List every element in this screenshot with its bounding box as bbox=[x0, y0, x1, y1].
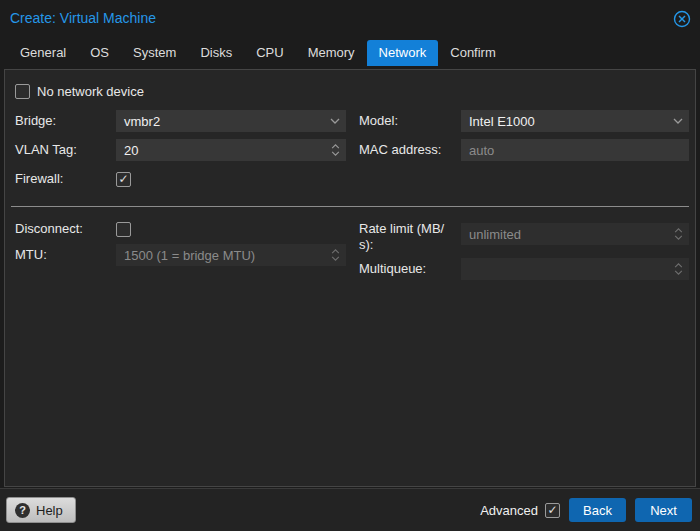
tab-general[interactable]: General bbox=[8, 40, 78, 66]
vlan-tag-spinner[interactable]: 20 bbox=[116, 139, 346, 161]
back-button[interactable]: Back bbox=[569, 498, 626, 522]
chevron-down-icon[interactable] bbox=[330, 110, 340, 132]
chevron-down-icon[interactable] bbox=[673, 110, 683, 132]
model-select[interactable]: Intel E1000 bbox=[461, 110, 689, 132]
rate-limit-label: Rate limit (MB/ s): bbox=[359, 218, 461, 253]
advanced-label: Advanced bbox=[480, 503, 538, 518]
no-network-device-label: No network device bbox=[37, 84, 144, 99]
checkmark-icon: ✓ bbox=[118, 173, 128, 185]
mtu-placeholder: 1500 (1 = bridge MTU) bbox=[124, 248, 255, 263]
help-button[interactable]: ? Help bbox=[6, 497, 76, 523]
dialog-title: Create: Virtual Machine bbox=[10, 10, 156, 26]
multiqueue-label: Multiqueue: bbox=[359, 261, 461, 277]
model-label: Model: bbox=[359, 113, 461, 129]
mac-address-input[interactable]: auto bbox=[461, 139, 689, 161]
vlan-tag-value: 20 bbox=[124, 143, 138, 158]
mtu-spinner: 1500 (1 = bridge MTU) bbox=[116, 244, 346, 266]
spinner-up-down-icon bbox=[331, 244, 340, 266]
disconnect-label: Disconnect: bbox=[11, 221, 116, 237]
close-icon[interactable] bbox=[672, 9, 692, 29]
mac-address-placeholder: auto bbox=[469, 143, 494, 158]
tab-system[interactable]: System bbox=[121, 40, 188, 66]
dialog-titlebar: Create: Virtual Machine bbox=[0, 0, 700, 38]
tab-cpu[interactable]: CPU bbox=[244, 40, 295, 66]
tab-os[interactable]: OS bbox=[78, 40, 121, 66]
mac-address-label: MAC address: bbox=[359, 142, 461, 158]
next-button[interactable]: Next bbox=[635, 498, 692, 522]
spinner-up-down-icon bbox=[674, 223, 683, 245]
section-divider bbox=[11, 206, 689, 207]
mtu-label: MTU: bbox=[11, 247, 116, 263]
help-icon: ? bbox=[15, 503, 30, 518]
bridge-select[interactable]: vmbr2 bbox=[116, 110, 346, 132]
tab-network[interactable]: Network bbox=[367, 40, 439, 66]
network-form-panel: ✓ No network device Bridge: vmbr2 VLAN T… bbox=[4, 69, 696, 487]
advanced-checkbox[interactable]: ✓ bbox=[545, 503, 560, 518]
spinner-up-down-icon[interactable] bbox=[331, 139, 340, 161]
multiqueue-spinner bbox=[461, 258, 689, 280]
help-button-label: Help bbox=[36, 503, 63, 518]
model-value: Intel E1000 bbox=[469, 114, 535, 129]
firewall-label: Firewall: bbox=[11, 171, 116, 187]
tab-memory[interactable]: Memory bbox=[296, 40, 367, 66]
wizard-tabs: General OS System Disks CPU Memory Netwo… bbox=[8, 40, 692, 66]
vlan-tag-label: VLAN Tag: bbox=[11, 142, 116, 158]
disconnect-checkbox[interactable]: ✓ bbox=[116, 222, 131, 237]
tab-confirm[interactable]: Confirm bbox=[438, 40, 508, 66]
checkmark-icon: ✓ bbox=[547, 504, 557, 516]
no-network-device-checkbox[interactable]: ✓ bbox=[15, 84, 30, 99]
spinner-up-down-icon bbox=[674, 258, 683, 280]
bridge-value: vmbr2 bbox=[124, 114, 160, 129]
rate-limit-spinner: unlimited bbox=[461, 223, 689, 245]
firewall-checkbox[interactable]: ✓ bbox=[116, 172, 131, 187]
rate-limit-placeholder: unlimited bbox=[469, 227, 521, 242]
tab-disks[interactable]: Disks bbox=[188, 40, 244, 66]
dialog-footer: ? Help Advanced ✓ Back Next bbox=[0, 488, 700, 531]
bridge-label: Bridge: bbox=[11, 113, 116, 129]
